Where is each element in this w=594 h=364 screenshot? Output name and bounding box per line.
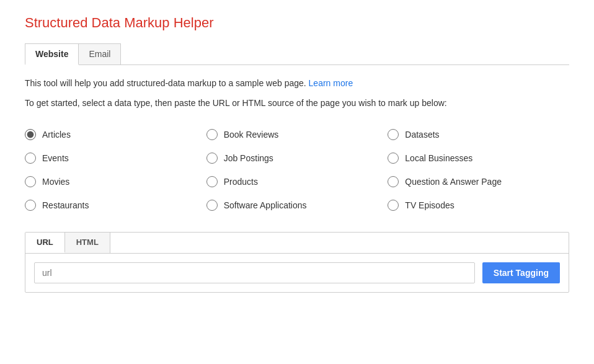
input-tabs: URL HTML: [25, 233, 569, 254]
radio-datasets[interactable]: Datasets: [388, 123, 569, 146]
learn-more-link[interactable]: Learn more: [309, 78, 353, 88]
radio-articles[interactable]: Articles: [25, 123, 206, 146]
data-type-grid: Articles Book Reviews Datasets Events Jo…: [25, 123, 569, 217]
radio-products[interactable]: Products: [206, 170, 388, 193]
page-title: Structured Data Markup Helper: [25, 15, 569, 31]
input-tab-url[interactable]: URL: [25, 233, 65, 253]
main-container: Structured Data Markup Helper Website Em…: [0, 0, 594, 308]
radio-question-answer[interactable]: Question & Answer Page: [388, 170, 569, 193]
input-section: URL HTML Start Tagging: [25, 232, 569, 293]
radio-tv-episodes[interactable]: TV Episodes: [388, 193, 569, 217]
radio-job-postings[interactable]: Job Postings: [206, 146, 388, 170]
radio-software-applications[interactable]: Software Applications: [206, 193, 388, 217]
radio-restaurants[interactable]: Restaurants: [25, 193, 206, 217]
radio-book-reviews[interactable]: Book Reviews: [206, 123, 388, 146]
input-tab-html[interactable]: HTML: [65, 233, 110, 253]
description-text: This tool will help you add structured-d…: [25, 76, 569, 90]
instruction-text: To get started, select a data type, then…: [25, 96, 569, 110]
start-tagging-button[interactable]: Start Tagging: [482, 262, 560, 283]
tab-website[interactable]: Website: [25, 43, 79, 65]
radio-movies[interactable]: Movies: [25, 170, 206, 193]
main-tabs: Website Email: [25, 43, 569, 65]
radio-local-businesses[interactable]: Local Businesses: [388, 146, 569, 170]
tab-email[interactable]: Email: [78, 43, 121, 64]
radio-events[interactable]: Events: [25, 146, 206, 170]
url-input[interactable]: [34, 262, 475, 283]
input-row: Start Tagging: [25, 254, 569, 292]
